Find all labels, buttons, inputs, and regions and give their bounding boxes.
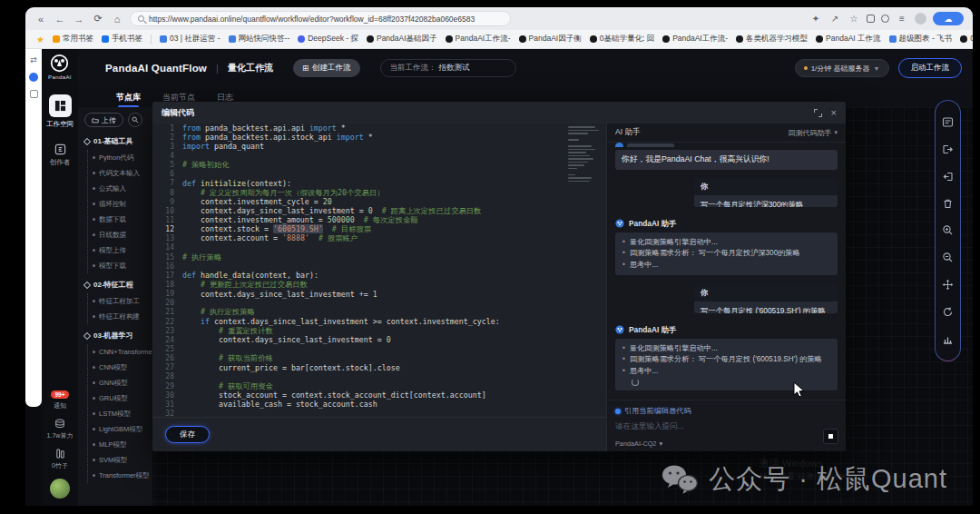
node-category[interactable]: 03-机器学习 [84,331,152,341]
node-item[interactable]: CNN+Transformer [93,344,152,360]
node-item[interactable]: MLP模型 [93,437,152,452]
node-item[interactable]: 模型上传 [93,242,152,258]
node-item[interactable]: SVM模型 [93,452,152,468]
assistant-avatar-icon [615,325,624,334]
line-number: 11 [152,216,174,224]
bookmark-item[interactable]: 常用书签 [53,34,93,44]
node-item[interactable]: Python代码 [93,150,152,165]
bookmark-item[interactable]: 网站快问快答-- [229,34,290,44]
current-workflow-field[interactable]: 当前工作流： 指数测试 [380,59,516,77]
history-icon[interactable] [881,15,889,23]
bookmark-item[interactable]: 各类机器学习模型 [736,34,808,44]
bookmark-item[interactable]: PandaAI工作流- [662,34,728,44]
node-category[interactable]: 01-基础工具 [84,136,152,146]
trash-icon[interactable] [942,198,954,210]
server-selector[interactable]: 1/分钟 基础服务器 ▼ [795,59,889,77]
extension-blue-icon[interactable] [29,73,38,82]
sidebar-collapse-icon[interactable]: « [34,14,47,25]
save-button[interactable]: 保存 [165,426,210,443]
quote-code-toggle[interactable]: 引用当前编辑器代码 [615,406,838,416]
extension-box-icon[interactable] [30,90,38,98]
bookmark-item[interactable]: PandaAI工作流- [446,34,511,44]
bookmark-item[interactable]: 超级图表 - 飞书 [889,34,953,44]
node-category[interactable]: 02-特征工程 [84,280,152,290]
node-item[interactable]: 特征工程构建 [93,309,152,324]
node-item[interactable]: CNN模型 [93,360,152,375]
spark-icon[interactable]: ✦ [809,14,822,24]
expand-icon[interactable] [814,109,822,117]
close-icon[interactable]: × [831,108,837,117]
chat-input[interactable]: 请在这里输入提问... [615,421,838,432]
cloud-sync-button[interactable]: ☁ [933,12,964,25]
chat-messages[interactable]: 你好，我是PandaAI Chat，很高兴认识你!你写一个每月定投沪深300的策… [607,143,846,400]
node-item-label: Transformer模型 [99,471,150,480]
refresh-icon[interactable] [942,306,954,318]
chart-icon[interactable] [942,333,954,345]
sidebar-item-compute[interactable]: 1.7w算力 [47,419,74,440]
bullet-dot-icon: • [622,260,625,272]
zoom-out-icon[interactable] [942,252,954,263]
code-line: 20 [152,299,606,308]
minimap-line [568,133,588,134]
node-item[interactable]: LSTM模型 [93,406,152,421]
export-icon[interactable] [942,143,954,155]
node-item-label: CNN模型 [99,363,127,372]
node-item[interactable]: 公式输入 [93,181,152,196]
share-icon[interactable]: ↗ [828,14,841,24]
node-item[interactable]: LightGBM模型 [93,421,152,437]
tab-node-library[interactable]: 节点库 [116,92,141,104]
node-item[interactable]: Transformer模型 [93,468,152,483]
code-line: 24 context.days_since_last_investment = … [152,335,606,344]
node-item[interactable]: 代码文本输入 [93,165,152,181]
stop-generation-button[interactable] [823,429,838,444]
home-icon[interactable]: ⌂ [111,14,123,25]
ai-mode-selector[interactable]: 回测代码助手 ▾ [788,128,838,138]
start-workflow-button[interactable]: 启动工作流 [898,58,963,78]
node-item[interactable]: GNN模型 [93,375,152,390]
bookmark-item[interactable]: PandaAI基础因子 [367,34,437,44]
code-editor[interactable]: 1from panda_backtest.api.api import *2fr… [152,124,606,417]
upload-button[interactable]: 上传 [84,113,123,127]
minimap-line [568,145,592,147]
bookmark-item[interactable]: 手机书签 [102,34,142,44]
user-avatar[interactable] [50,479,70,499]
model-selector[interactable]: PandaAI-CQ2 ▾ [615,440,662,448]
sidebar-item-notifications[interactable]: 99+ 通知 [51,390,68,410]
favorites-star-icon[interactable]: ★ [36,35,44,44]
node-search-button[interactable] [128,113,142,127]
forward-icon[interactable]: → [73,14,85,25]
node-item[interactable]: 日线数据 [93,227,152,242]
menu-icon[interactable]: ≡ [896,14,908,24]
swap-icon[interactable]: ⇄ [30,56,37,64]
browser-profile-avatar[interactable] [915,13,926,25]
reload-icon[interactable]: ⟳ [92,13,104,25]
address-bar[interactable]: https://www.pandaai.online/quantflow/wor… [130,11,511,26]
zoom-in-icon[interactable] [942,224,954,236]
node-item[interactable]: 循环控制 [93,196,152,212]
bookmark-star-icon[interactable]: ☆ [848,14,860,24]
node-item[interactable]: GRU模型 [93,390,152,406]
bookmark-item[interactable]: DeepSeek - 探 [298,34,358,44]
bookmark-item[interactable]: 0基础学量化: 回 [590,34,654,44]
node-item[interactable]: 模型下载 [93,258,152,273]
sidebar-item-creator[interactable]: 创作者 [50,143,71,167]
back-icon[interactable]: ← [54,14,66,25]
modal-footer: 保存 [152,417,606,451]
bookmark-item[interactable]: 0基础学量化: 技 [960,34,973,44]
editor-minimap[interactable] [568,126,603,182]
create-workflow-button[interactable]: ⊞ 创建工作流 [293,59,360,77]
import-icon[interactable] [942,171,954,183]
code-line: 5# 策略初始化 [152,161,606,170]
line-number: 3 [152,143,174,151]
move-icon[interactable] [942,279,954,291]
node-doc-icon[interactable] [942,116,954,128]
sidebar-item-workspace[interactable]: 工作空间 [46,94,74,129]
node-item[interactable]: 数据下载 [93,212,152,227]
extensions-icon[interactable] [867,15,875,23]
node-item[interactable]: 特征工程加工 [93,293,152,309]
bookmark-item[interactable]: 03 | 社群运营 - [160,34,220,44]
assistant-status-card: •量化回测策略引擎启动中...•回测策略需求分析： 写一个每月定投沪深300的策… [615,232,838,276]
bookmark-item[interactable]: PandaAI 工作流 [816,34,880,44]
sidebar-item-bamboo[interactable]: 0竹子 [52,449,68,470]
bookmark-item[interactable]: PandaAI因子衡 [519,34,582,44]
